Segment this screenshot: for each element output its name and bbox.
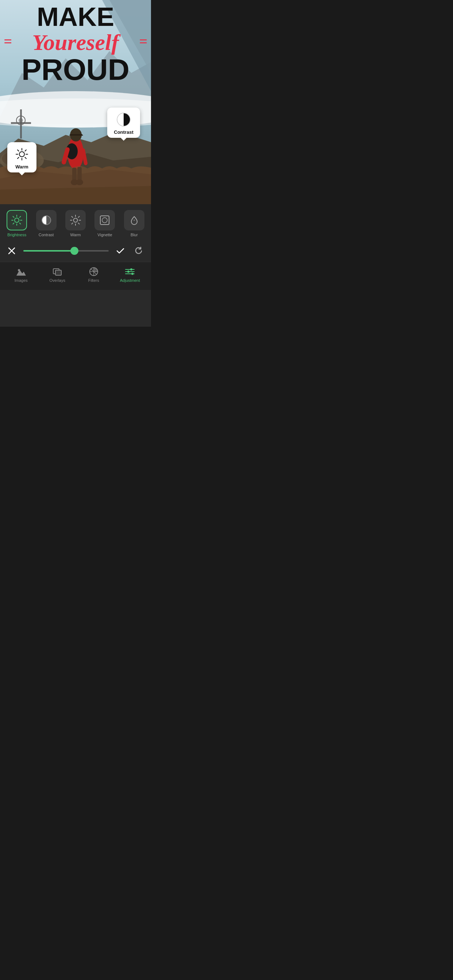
brightness-slider[interactable] xyxy=(23,247,109,255)
svg-line-35 xyxy=(13,223,14,224)
close-button[interactable] xyxy=(6,245,18,257)
svg-line-34 xyxy=(20,216,21,218)
tool-contrast[interactable]: Contrast xyxy=(32,210,60,237)
contrast-bubble-label: Contrast xyxy=(112,129,135,135)
contrast-icon-wrapper xyxy=(36,210,57,231)
svg-point-53 xyxy=(18,269,20,271)
filters-nav-label: Filters xyxy=(88,278,99,283)
svg-line-23 xyxy=(18,150,19,151)
svg-point-60 xyxy=(130,268,132,270)
warm-icon-wrapper xyxy=(65,210,86,231)
svg-line-33 xyxy=(20,223,21,224)
slider-track xyxy=(23,250,109,251)
app-container: MAKE Youreself PROUD Contrast xyxy=(0,0,151,327)
image-area: MAKE Youreself PROUD Contrast xyxy=(0,0,151,204)
svg-line-26 xyxy=(18,158,19,159)
nav-images[interactable]: Images xyxy=(3,267,39,283)
slider-thumb[interactable] xyxy=(70,247,78,255)
adjustment-icon xyxy=(125,267,135,277)
contrast-tooltip[interactable]: Contrast xyxy=(107,108,140,138)
warm-bubble-icon xyxy=(13,145,31,163)
svg-line-32 xyxy=(13,216,14,218)
blur-icon-wrapper xyxy=(124,210,144,231)
svg-point-62 xyxy=(131,273,134,275)
svg-line-44 xyxy=(78,223,80,224)
vignette-label: Vignette xyxy=(97,232,112,237)
svg-line-25 xyxy=(25,150,27,151)
svg-rect-55 xyxy=(56,270,61,275)
images-icon xyxy=(16,267,26,277)
nav-adjustment[interactable]: Adjustment xyxy=(112,267,148,283)
svg-point-18 xyxy=(19,152,24,157)
blur-label: Blur xyxy=(131,232,138,237)
svg-point-27 xyxy=(14,218,19,223)
svg-line-46 xyxy=(72,223,73,224)
tool-brightness[interactable]: Brightness xyxy=(3,210,30,237)
brightness-icon-wrapper xyxy=(6,210,27,231)
contrast-bubble-icon xyxy=(115,110,133,129)
slider-fill xyxy=(23,250,74,251)
filters-icon xyxy=(89,267,99,277)
overlays-icon xyxy=(52,267,62,277)
tools-row: Brightness Contrast xyxy=(0,204,151,240)
warm-bubble-label: Warm xyxy=(14,164,30,170)
svg-point-61 xyxy=(127,270,129,273)
svg-line-45 xyxy=(78,216,80,218)
contrast-label: Contrast xyxy=(39,232,54,237)
svg-marker-52 xyxy=(16,270,26,275)
tool-blur[interactable]: Blur xyxy=(120,210,148,237)
confirm-button[interactable] xyxy=(115,245,126,257)
slider-row xyxy=(0,240,151,262)
warm-tooltip[interactable]: Warm xyxy=(7,142,37,172)
tool-vignette[interactable]: Vignette xyxy=(91,210,118,237)
svg-line-43 xyxy=(72,216,73,218)
tool-warm[interactable]: Warm xyxy=(62,210,89,237)
bottom-panel: Brightness Contrast xyxy=(0,204,151,327)
svg-point-38 xyxy=(74,218,78,223)
svg-point-49 xyxy=(134,220,135,221)
nav-filters[interactable]: Filters xyxy=(75,267,112,283)
adjustment-nav-label: Adjustment xyxy=(120,278,140,283)
vignette-icon-wrapper xyxy=(94,210,115,231)
svg-rect-47 xyxy=(100,216,109,224)
bottom-nav: Images Overlays xyxy=(0,262,151,290)
warm-label: Warm xyxy=(70,232,81,237)
svg-point-48 xyxy=(102,218,107,223)
overlays-nav-label: Overlays xyxy=(49,278,65,283)
images-nav-label: Images xyxy=(14,278,28,283)
reset-button[interactable] xyxy=(132,244,145,258)
svg-point-8 xyxy=(19,118,23,123)
svg-line-24 xyxy=(25,158,27,159)
brightness-label: Brightness xyxy=(7,232,26,237)
nav-overlays[interactable]: Overlays xyxy=(39,267,76,283)
